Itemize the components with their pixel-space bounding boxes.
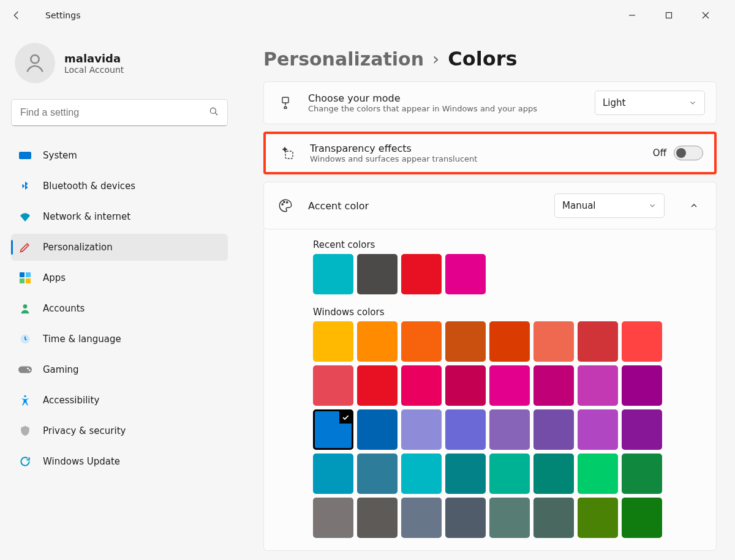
sidebar-item-update[interactable]: Windows Update	[11, 448, 228, 475]
window-maximize-button[interactable]	[657, 6, 681, 25]
windows-color-swatch[interactable]	[357, 365, 398, 406]
windows-color-swatch[interactable]	[445, 321, 486, 362]
sidebar-item-bluetooth[interactable]: Bluetooth & devices	[11, 173, 228, 200]
windows-color-swatch[interactable]	[401, 454, 442, 494]
breadcrumb-current: Colors	[448, 47, 517, 70]
sidebar-item-label: Privacy & security	[43, 425, 126, 436]
recent-colors-label: Recent colors	[313, 239, 716, 250]
search-box[interactable]	[11, 99, 228, 126]
windows-color-swatch[interactable]	[313, 321, 353, 362]
windows-color-swatch[interactable]	[489, 498, 530, 538]
minimize-icon	[628, 12, 636, 19]
sidebar-item-gaming[interactable]: Gaming	[11, 356, 228, 383]
sidebar-item-apps[interactable]: Apps	[11, 264, 228, 291]
chevron-up-icon	[689, 201, 699, 211]
sidebar-item-label: Apps	[43, 272, 66, 283]
arrow-left-icon	[11, 10, 22, 21]
svg-rect-18	[282, 97, 288, 103]
avatar	[15, 43, 55, 83]
sidebar-item-personalization[interactable]: Personalization	[11, 234, 228, 261]
windows-color-swatch[interactable]	[622, 409, 662, 450]
sidebar-item-system[interactable]: System	[11, 142, 228, 169]
choose-mode-title: Choose your mode	[308, 92, 582, 104]
recent-color-swatch[interactable]	[313, 254, 353, 294]
back-button[interactable]	[6, 5, 27, 26]
apps-icon	[18, 271, 32, 285]
windows-color-swatch[interactable]	[533, 498, 574, 538]
personalization-icon	[18, 241, 32, 254]
windows-color-swatch[interactable]	[357, 454, 398, 494]
windows-color-swatch[interactable]	[445, 409, 486, 450]
recent-color-swatch[interactable]	[401, 254, 442, 294]
sidebar-item-privacy[interactable]: Privacy & security	[11, 417, 228, 444]
choose-mode-dropdown[interactable]: Light	[595, 91, 705, 115]
windows-color-swatch[interactable]	[313, 498, 353, 538]
windows-color-swatch[interactable]	[578, 409, 618, 450]
windows-color-swatch[interactable]	[533, 365, 574, 406]
windows-color-swatch[interactable]	[313, 454, 353, 494]
search-input[interactable]	[11, 99, 228, 126]
windows-color-swatch[interactable]	[489, 454, 530, 494]
transparency-toggle[interactable]	[674, 146, 703, 160]
sidebar-item-label: Bluetooth & devices	[43, 181, 135, 192]
transparency-state-label: Off	[653, 147, 666, 159]
windows-color-swatch[interactable]	[622, 321, 662, 362]
windows-color-swatch[interactable]	[489, 409, 530, 450]
svg-rect-11	[26, 278, 31, 283]
user-block[interactable]: malavida Local Account	[15, 43, 228, 83]
window-minimize-button[interactable]	[620, 6, 644, 25]
search-icon	[208, 106, 219, 119]
sidebar-item-accessibility[interactable]: Accessibility	[11, 387, 228, 414]
windows-colors-label: Windows colors	[313, 307, 716, 318]
windows-color-swatch[interactable]	[622, 365, 662, 406]
user-account-type: Local Account	[64, 65, 124, 75]
sidebar-item-time[interactable]: Time & language	[11, 326, 228, 353]
windows-color-swatch[interactable]	[622, 454, 662, 494]
windows-color-swatch[interactable]	[357, 409, 398, 450]
window-close-button[interactable]	[693, 6, 718, 25]
windows-color-swatch[interactable]	[401, 321, 442, 362]
windows-color-swatch[interactable]	[445, 365, 486, 406]
windows-colors-grid	[313, 321, 666, 538]
windows-color-swatch[interactable]	[357, 321, 398, 362]
chevron-down-icon	[688, 99, 697, 107]
svg-rect-19	[285, 151, 293, 159]
windows-color-swatch[interactable]	[533, 409, 574, 450]
sidebar-item-accounts[interactable]: Accounts	[11, 295, 228, 322]
windows-color-swatch[interactable]	[313, 365, 353, 406]
accent-color-value: Manual	[562, 200, 596, 211]
accent-expand-button[interactable]	[683, 195, 705, 217]
recent-color-swatch[interactable]	[357, 254, 398, 294]
windows-color-swatch[interactable]	[533, 321, 574, 362]
transparency-subtitle: Windows and surfaces appear translucent	[310, 154, 641, 163]
windows-color-swatch[interactable]	[533, 454, 574, 494]
accent-color-dropdown[interactable]: Manual	[554, 193, 665, 218]
windows-color-swatch[interactable]	[445, 454, 486, 494]
windows-color-swatch[interactable]	[401, 409, 442, 450]
windows-color-swatch[interactable]	[313, 409, 353, 450]
svg-point-5	[210, 108, 216, 113]
windows-color-swatch[interactable]	[622, 498, 662, 538]
windows-color-swatch[interactable]	[401, 498, 442, 538]
windows-color-swatch[interactable]	[578, 321, 618, 362]
windows-color-swatch[interactable]	[489, 321, 530, 362]
windows-color-swatch[interactable]	[578, 454, 618, 494]
privacy-icon	[18, 424, 32, 438]
transparency-effects-card: Transparency effects Windows and surface…	[263, 132, 717, 174]
windows-color-swatch[interactable]	[578, 498, 618, 538]
windows-color-swatch[interactable]	[489, 365, 530, 406]
maximize-icon	[665, 12, 673, 19]
update-icon	[18, 455, 32, 468]
recent-color-swatch[interactable]	[445, 254, 486, 294]
user-name: malavida	[64, 52, 124, 65]
sidebar-item-label: Accounts	[43, 303, 85, 314]
svg-point-17	[24, 395, 26, 397]
windows-color-swatch[interactable]	[401, 365, 442, 406]
windows-color-swatch[interactable]	[578, 365, 618, 406]
recent-colors-row	[313, 254, 666, 294]
windows-color-swatch[interactable]	[445, 498, 486, 538]
windows-color-swatch[interactable]	[357, 498, 398, 538]
svg-point-20	[282, 204, 283, 205]
sidebar-item-network[interactable]: Network & internet	[11, 203, 228, 230]
breadcrumb-parent[interactable]: Personalization	[263, 48, 424, 70]
